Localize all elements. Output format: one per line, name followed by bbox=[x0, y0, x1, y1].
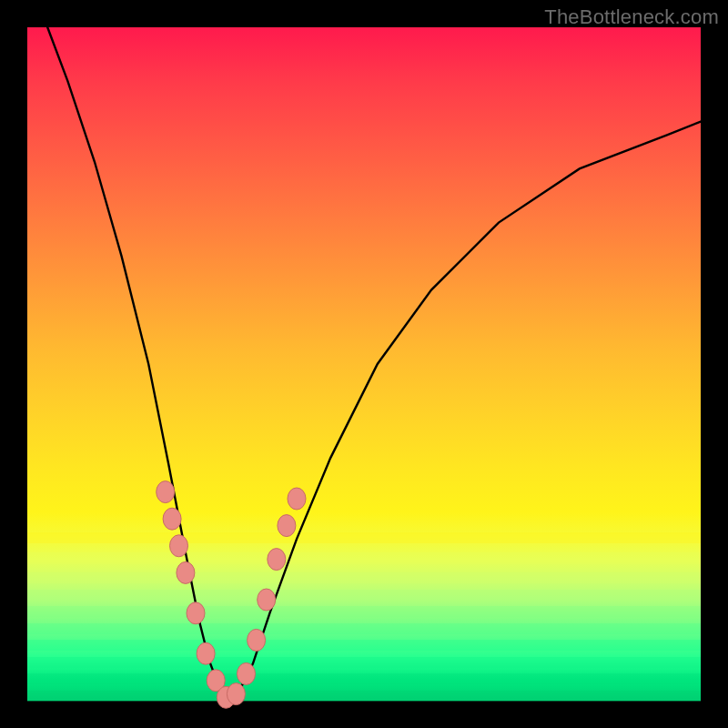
chart-svg bbox=[27, 27, 701, 701]
curve-marker bbox=[170, 535, 188, 557]
bottleneck-curve bbox=[47, 27, 701, 701]
curve-marker bbox=[177, 561, 195, 583]
curve-marker bbox=[258, 589, 276, 611]
curve-marker bbox=[238, 662, 256, 684]
watermark-text: TheBottleneck.com bbox=[544, 5, 719, 29]
curve-marker bbox=[288, 488, 306, 510]
curve-marker bbox=[278, 515, 296, 537]
curve-markers bbox=[157, 481, 306, 709]
curve-marker bbox=[157, 481, 175, 503]
curve-marker bbox=[187, 602, 205, 624]
curve-marker bbox=[248, 629, 266, 651]
chart-frame: TheBottleneck.com bbox=[0, 0, 728, 728]
curve-marker bbox=[268, 549, 286, 571]
curve-marker bbox=[197, 642, 215, 664]
curve-marker bbox=[163, 508, 181, 530]
curve-marker bbox=[227, 683, 245, 705]
